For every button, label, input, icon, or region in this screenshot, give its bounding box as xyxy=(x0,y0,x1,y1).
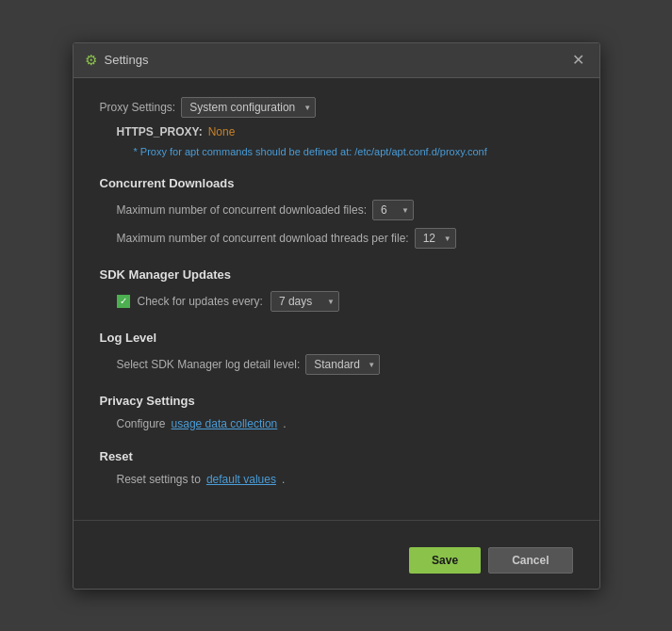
max-files-row: Maximum number of concurrent downloaded … xyxy=(117,200,573,220)
privacy-settings-title: Privacy Settings xyxy=(100,394,573,408)
log-level-select[interactable]: Verbose Standard Warning Error xyxy=(305,354,380,375)
sdk-updates-title: SDK Manager Updates xyxy=(100,267,573,282)
proxy-note: * Proxy for apt commands should be defin… xyxy=(117,146,573,157)
default-values-link[interactable]: default values xyxy=(206,473,276,486)
settings-dialog: ⚙ Settings ✕ Proxy Settings: System conf… xyxy=(73,42,600,590)
max-files-label: Maximum number of concurrent downloaded … xyxy=(117,203,367,217)
dialog-title: Settings xyxy=(105,53,149,67)
interval-select[interactable]: 1 day 2 days 7 days 14 days 30 days xyxy=(270,291,339,312)
privacy-suffix: . xyxy=(283,417,286,430)
max-threads-label: Maximum number of concurrent download th… xyxy=(117,232,409,245)
dialog-content: Proxy Settings: System configuration No … xyxy=(74,78,599,520)
reset-section: Reset Reset settings to default values. xyxy=(100,449,573,486)
cancel-button[interactable]: Cancel xyxy=(488,547,572,574)
reset-title: Reset xyxy=(100,449,573,463)
proxy-section: Proxy Settings: System configuration No … xyxy=(100,97,573,157)
log-level-select-wrapper: Verbose Standard Warning Error xyxy=(305,354,380,375)
sdk-updates-body: ✓ Check for updates every: 1 day 2 days … xyxy=(100,291,573,312)
check-updates-label: Check for updates every: xyxy=(138,295,263,308)
concurrent-downloads-body: Maximum number of concurrent downloaded … xyxy=(100,200,573,249)
check-updates-checkbox[interactable]: ✓ xyxy=(117,295,130,308)
https-value: None xyxy=(208,125,236,138)
checkmark-icon: ✓ xyxy=(120,297,127,306)
settings-icon: ⚙ xyxy=(85,52,97,69)
title-bar-left: ⚙ Settings xyxy=(85,52,149,69)
max-threads-select-wrapper: 1 2 4 8 12 16 xyxy=(415,228,456,249)
close-button[interactable]: ✕ xyxy=(568,51,588,70)
log-level-row: Select SDK Manager log detail level: Ver… xyxy=(117,354,573,375)
max-files-select[interactable]: 1 2 4 6 8 16 xyxy=(372,200,414,220)
privacy-prefix: Configure xyxy=(117,417,166,430)
log-level-title: Log Level xyxy=(100,331,573,345)
proxy-select-wrapper: System configuration No proxy Manual xyxy=(181,97,316,118)
interval-select-wrapper: 1 day 2 days 7 days 14 days 30 days xyxy=(270,291,339,312)
privacy-row: Configure usage data collection. xyxy=(117,417,573,430)
reset-row: Reset settings to default values. xyxy=(117,473,573,486)
reset-suffix: . xyxy=(282,473,285,486)
log-level-section: Log Level Select SDK Manager log detail … xyxy=(100,331,573,375)
proxy-body: HTTPS_PROXY: None * Proxy for apt comman… xyxy=(100,125,573,157)
concurrent-downloads-section: Concurrent Downloads Maximum number of c… xyxy=(100,176,573,249)
usage-data-link[interactable]: usage data collection xyxy=(172,417,278,430)
proxy-label: Proxy Settings: xyxy=(100,101,176,114)
log-level-label: Select SDK Manager log detail level: xyxy=(117,358,301,371)
reset-body: Reset settings to default values. xyxy=(100,473,573,486)
check-updates-row: ✓ Check for updates every: 1 day 2 days … xyxy=(117,291,573,312)
https-proxy-row: HTTPS_PROXY: None xyxy=(117,125,573,138)
save-button[interactable]: Save xyxy=(409,547,481,574)
footer-divider xyxy=(74,520,599,521)
dialog-footer: Save Cancel xyxy=(74,536,599,589)
max-threads-row: Maximum number of concurrent download th… xyxy=(117,228,573,249)
proxy-select[interactable]: System configuration No proxy Manual xyxy=(181,97,316,118)
proxy-row: Proxy Settings: System configuration No … xyxy=(100,97,573,118)
https-label: HTTPS_PROXY: xyxy=(117,125,203,138)
concurrent-downloads-title: Concurrent Downloads xyxy=(100,176,573,190)
privacy-settings-section: Privacy Settings Configure usage data co… xyxy=(100,394,573,430)
log-level-body: Select SDK Manager log detail level: Ver… xyxy=(100,354,573,375)
title-bar: ⚙ Settings ✕ xyxy=(74,43,599,78)
max-files-select-wrapper: 1 2 4 6 8 16 xyxy=(372,200,414,220)
max-threads-select[interactable]: 1 2 4 8 12 16 xyxy=(415,228,456,249)
privacy-settings-body: Configure usage data collection. xyxy=(100,417,573,430)
sdk-updates-section: SDK Manager Updates ✓ Check for updates … xyxy=(100,267,573,312)
reset-prefix: Reset settings to xyxy=(117,473,201,486)
proxy-note-text: * Proxy for apt commands should be defin… xyxy=(134,146,487,157)
